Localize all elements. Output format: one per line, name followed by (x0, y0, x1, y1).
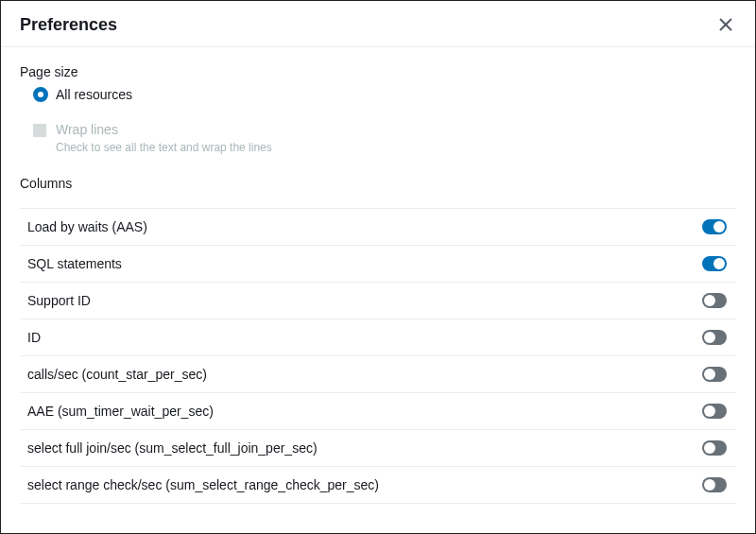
checkbox-disabled-icon (33, 124, 46, 137)
wrap-lines-option: Wrap lines Check to see all the text and… (33, 121, 736, 155)
wrap-lines-description: Check to see all the text and wrap the l… (56, 140, 272, 156)
column-label: ID (27, 330, 41, 345)
column-toggle[interactable] (702, 367, 727, 382)
column-row: ID (20, 319, 736, 355)
close-button[interactable] (715, 14, 736, 35)
column-toggle[interactable] (702, 440, 727, 456)
column-label: Support ID (27, 293, 91, 308)
radio-selected-icon (33, 87, 48, 102)
column-toggle[interactable] (702, 293, 727, 308)
columns-section-label: Columns (20, 176, 736, 191)
toggle-knob-icon (704, 295, 715, 306)
toggle-knob-icon (713, 221, 725, 233)
toggle-knob-icon (704, 442, 715, 454)
toggle-knob-icon (704, 405, 715, 417)
column-toggle[interactable] (702, 219, 727, 234)
wrap-lines-label: Wrap lines (56, 121, 272, 140)
close-icon (719, 18, 732, 31)
column-label: Load by waits (AAS) (27, 219, 147, 234)
toggle-knob-icon (704, 332, 715, 343)
column-row: calls/sec (count_star_per_sec) (20, 355, 736, 392)
page-size-option-all[interactable]: All resources (33, 87, 736, 102)
page-size-label: Page size (20, 64, 736, 79)
column-row: select range check/sec (sum_select_range… (20, 466, 736, 504)
column-toggle[interactable] (702, 330, 727, 345)
column-row: Load by waits (AAS) (20, 208, 736, 245)
column-label: select range check/sec (sum_select_range… (27, 477, 379, 492)
wrap-lines-texts: Wrap lines Check to see all the text and… (56, 121, 272, 155)
column-label: AAE (sum_timer_wait_per_sec) (27, 404, 214, 419)
page-size-option-label: All resources (56, 87, 132, 102)
column-toggle[interactable] (702, 404, 727, 419)
toggle-knob-icon (704, 369, 715, 380)
dialog-body: Page size All resources Wrap lines Check… (1, 47, 755, 504)
column-label: SQL statements (27, 256, 122, 271)
toggle-knob-icon (713, 258, 725, 269)
toggle-knob-icon (704, 479, 715, 491)
column-row: select full join/sec (sum_select_full_jo… (20, 429, 736, 466)
dialog-title: Preferences (20, 15, 117, 35)
column-label: select full join/sec (sum_select_full_jo… (27, 440, 318, 456)
column-row: SQL statements (20, 245, 736, 282)
column-row: AAE (sum_timer_wait_per_sec) (20, 392, 736, 429)
column-label: calls/sec (count_star_per_sec) (27, 367, 207, 382)
columns-list: Load by waits (AAS) SQL statements Suppo… (20, 208, 736, 504)
column-toggle[interactable] (702, 477, 727, 492)
column-toggle[interactable] (702, 256, 727, 271)
dialog-header: Preferences (1, 1, 755, 47)
column-row: Support ID (20, 282, 736, 319)
